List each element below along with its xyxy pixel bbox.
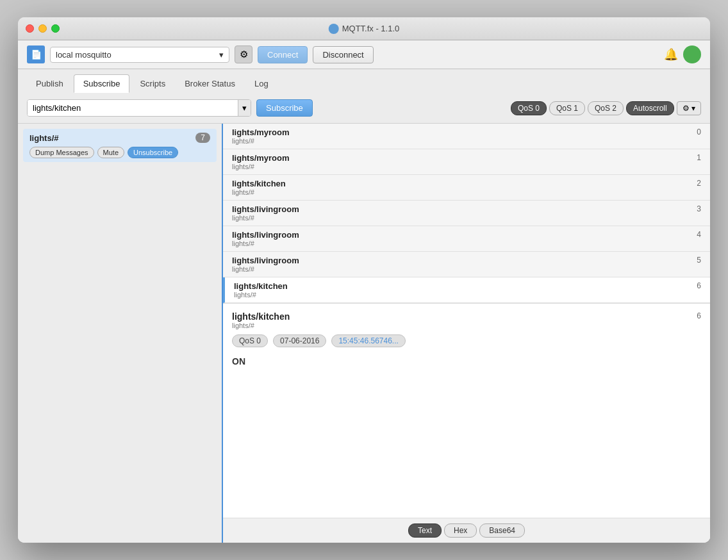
message-num: 1 [697,153,701,162]
message-row-content: lights/livingroom lights/# [232,256,299,273]
detail-date-badge: 07-06-2016 [273,334,326,347]
qos-buttons: QoS 0 QoS 1 QoS 2 Autoscroll ⚙ ▾ [511,101,701,115]
tab-scripts[interactable]: Scripts [131,75,174,92]
detail-topic: lights/kitchen [232,311,290,322]
message-topic: lights/myroom [232,153,290,163]
message-topic: lights/livingroom [232,204,299,214]
message-row-content: lights/myroom lights/# [232,128,290,145]
message-topic: lights/kitchen [232,179,286,188]
message-row[interactable]: lights/livingroom lights/# 4 [223,226,710,252]
toolbar: 📄 local mosquitto ▾ ⚙ Connect Disconnect… [18,40,710,69]
maximize-button[interactable] [51,24,60,33]
message-subtopic: lights/# [232,214,299,222]
avatar [683,45,701,63]
sub-actions: Dump Messages Mute Unsubscribe [29,147,210,158]
qos-0-button[interactable]: QoS 0 [511,101,547,115]
message-row[interactable]: lights/kitchen lights/# 6 [223,277,710,303]
tab-bar: Publish Subscribe Scripts Broker Status … [18,69,710,93]
message-subtopic: lights/# [232,265,299,273]
message-row[interactable]: lights/myroom lights/# 0 [223,124,710,149]
topic-input[interactable] [28,100,238,116]
message-num: 5 [697,256,701,265]
tab-publish[interactable]: Publish [27,75,72,92]
message-subtopic: lights/# [232,188,286,196]
subscription-panel: lights/# 7 Dump Messages Mute Unsubscrib… [18,124,223,543]
format-text-button[interactable]: Text [408,523,442,538]
subscribe-bar: ▾ Subscribe QoS 0 QoS 1 QoS 2 Autoscroll… [18,93,710,124]
message-subtopic: lights/# [234,291,288,299]
gear-button[interactable]: ⚙ [235,45,252,63]
settings-dropdown-button[interactable]: ⚙ ▾ [677,101,701,115]
tab-subscribe[interactable]: Subscribe [74,74,130,93]
message-row-content: lights/kitchen lights/# [232,179,286,196]
mqtt-icon [329,24,339,34]
message-row[interactable]: lights/livingroom lights/# 5 [223,252,710,277]
detail-spacer [232,369,701,510]
subscription-topic: lights/# [29,133,59,143]
message-row-content: lights/kitchen lights/# [234,281,288,299]
message-subtopic: lights/# [232,240,299,247]
topic-input-wrap: ▾ [27,99,251,117]
message-topic: lights/myroom [232,128,290,137]
minimize-button[interactable] [38,24,47,33]
titlebar: MQTT.fx - 1.1.0 [18,17,710,40]
message-num: 0 [697,128,701,136]
subscribe-button[interactable]: Subscribe [256,99,313,117]
message-detail: lights/kitchen lights/# 6 QoS 0 07-06-20… [223,303,710,518]
message-row[interactable]: lights/myroom lights/# 1 [223,149,710,175]
qos-1-button[interactable]: QoS 1 [549,101,585,115]
connect-button[interactable]: Connect [258,46,308,63]
app-window: MQTT.fx - 1.1.0 📄 local mosquitto ▾ ⚙ Co… [18,17,710,543]
message-topic: lights/kitchen [234,281,288,291]
main-content: ▾ Subscribe QoS 0 QoS 1 QoS 2 Autoscroll… [18,93,710,543]
tab-log[interactable]: Log [245,75,277,92]
format-buttons: Text Hex Base64 [223,518,710,543]
message-num: 4 [697,230,701,239]
autoscroll-button[interactable]: Autoscroll [626,101,674,115]
detail-qos-badge: QoS 0 [232,334,268,347]
message-subtopic: lights/# [232,137,290,145]
message-row[interactable]: lights/livingroom lights/# 3 [223,201,710,226]
dump-messages-button[interactable]: Dump Messages [29,147,94,158]
message-num: 6 [697,281,701,290]
detail-num: 6 [697,311,701,320]
mute-button[interactable]: Mute [97,147,124,158]
format-hex-button[interactable]: Hex [444,523,477,538]
traffic-lights [26,24,60,33]
message-topic: lights/livingroom [232,230,299,240]
file-icon: 📄 [27,45,45,63]
detail-meta: QoS 0 07-06-2016 15:45:46.56746... [232,334,701,347]
message-topic: lights/livingroom [232,256,299,265]
close-button[interactable] [26,24,34,33]
sub-item-header: lights/# 7 [29,133,210,143]
tab-broker-status[interactable]: Broker Status [176,75,244,92]
message-row-content: lights/myroom lights/# [232,153,290,170]
content-area: lights/# 7 Dump Messages Mute Unsubscrib… [18,124,710,543]
format-base64-button[interactable]: Base64 [479,523,525,538]
message-num: 2 [697,179,701,188]
detail-payload: ON [232,354,701,369]
message-num: 3 [697,204,701,213]
subscription-item: lights/# 7 Dump Messages Mute Unsubscrib… [23,129,217,162]
message-row-content: lights/livingroom lights/# [232,230,299,247]
connection-select[interactable]: local mosquitto ▾ [50,47,229,63]
dropdown-arrow-icon: ▾ [219,50,224,60]
message-row[interactable]: lights/kitchen lights/# 2 [223,175,710,201]
qos-2-button[interactable]: QoS 2 [588,101,624,115]
detail-topic-wrap: lights/kitchen lights/# [232,311,290,329]
unsubscribe-button[interactable]: Unsubscribe [128,147,178,158]
topic-dropdown-button[interactable]: ▾ [238,100,251,116]
toolbar-right: 🔔 [664,45,701,63]
messages-list: lights/myroom lights/# 0 lights/myroom l… [223,124,710,303]
messages-panel: lights/myroom lights/# 0 lights/myroom l… [223,124,710,543]
detail-header: lights/kitchen lights/# 6 [232,311,701,329]
disconnect-button[interactable]: Disconnect [313,46,373,63]
detail-time-badge: 15:45:46.56746... [331,334,405,347]
message-row-content: lights/livingroom lights/# [232,204,299,222]
message-subtopic: lights/# [232,163,290,170]
subscription-count: 7 [195,133,210,143]
detail-subtopic: lights/# [232,322,290,329]
window-title: MQTT.fx - 1.1.0 [329,24,400,34]
bell-icon: 🔔 [664,47,678,62]
